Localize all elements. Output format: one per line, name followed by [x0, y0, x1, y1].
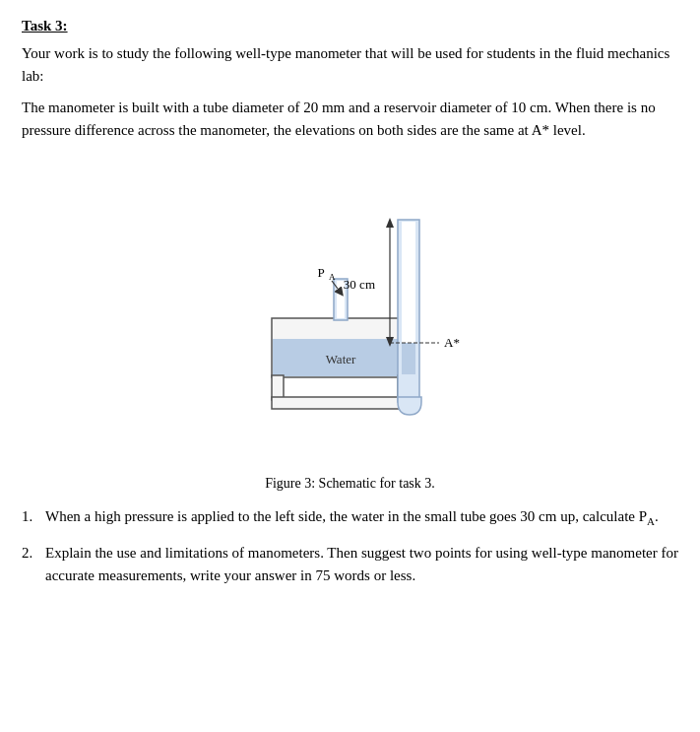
question-2-text: Explain the use and limitations of manom… [45, 542, 678, 588]
question-2-num: 2. [22, 542, 39, 588]
svg-rect-7 [402, 343, 415, 374]
water-label: Water [325, 352, 355, 366]
figure-caption: Figure 3: Schematic for task 3. [265, 476, 435, 492]
question-2: 2. Explain the use and limitations of ma… [22, 542, 678, 588]
pa-label: P [317, 265, 324, 280]
description-paragraph: The manometer is built with a tube diame… [22, 97, 678, 141]
task-title: Task 3: [22, 18, 678, 34]
astar-label: A* [444, 335, 460, 350]
and-text: and [140, 545, 161, 561]
figure-area: Water [22, 161, 678, 492]
question-1: 1. When a high pressure is applied to th… [22, 505, 678, 530]
30cm-label: 30 cm [343, 277, 374, 292]
question-1-num: 1. [22, 505, 39, 530]
svg-text:A: A [329, 272, 336, 282]
intro-paragraph: Your work is to study the following well… [22, 42, 678, 87]
question-1-text: When a high pressure is applied to the l… [45, 505, 678, 530]
manometer-diagram: Water [193, 161, 508, 466]
svg-rect-4 [272, 397, 410, 409]
svg-marker-13 [386, 218, 394, 228]
page-container: Task 3: Your work is to study the follow… [22, 18, 678, 588]
questions-section: 1. When a high pressure is applied to th… [22, 505, 678, 588]
